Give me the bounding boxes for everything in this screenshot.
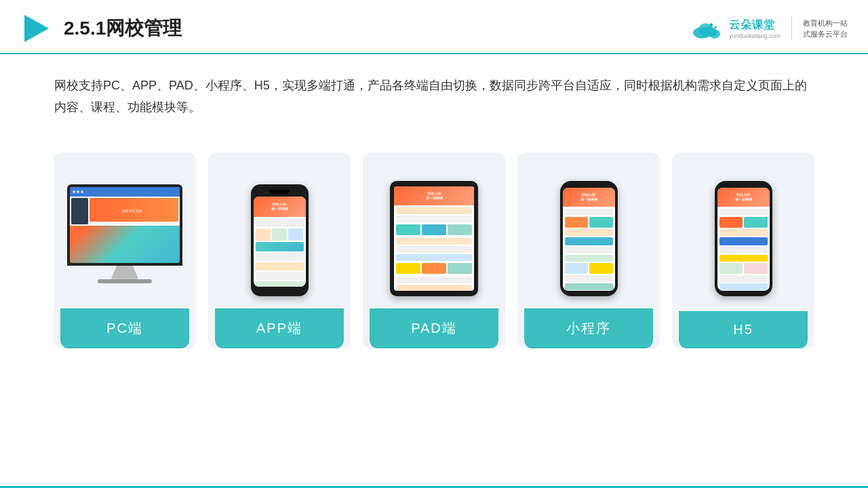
miniapp-phone-device: 职达人的第一堂网课 xyxy=(560,181,618,296)
svg-marker-0 xyxy=(24,15,49,42)
description-text: 网校支持PC、APP、PAD、小程序、H5，实现多端打通，产品各终端自由切换，数… xyxy=(54,75,814,119)
cloud-logo-icon xyxy=(690,17,724,41)
card-miniapp-label: 小程序 xyxy=(524,308,653,348)
header-left: 2.5.1网校管理 xyxy=(20,12,182,45)
svg-point-6 xyxy=(715,26,717,28)
page-title: 2.5.1网校管理 xyxy=(64,16,182,41)
card-pad-label: PAD端 xyxy=(370,308,498,348)
pad-screen: 职达人的第一堂网课 xyxy=(394,186,474,291)
header: 2.5.1网校管理 云朵课堂 yunduoketang.com 教育机构一站 式… xyxy=(0,0,868,54)
card-app: 职达人的第一堂网课 xyxy=(208,152,351,348)
svg-point-5 xyxy=(709,23,713,26)
card-h5-image: 职达人的第一堂网课 xyxy=(679,166,808,302)
miniapp-phone-outer: 职达人的第一堂网课 xyxy=(560,181,618,296)
card-pc-label: PC端 xyxy=(60,308,189,348)
card-pad: 职达人的第一堂网课 xyxy=(363,152,505,348)
svg-text:教育平台首页: 教育平台首页 xyxy=(122,209,142,213)
card-pc: 教育平台首页 xyxy=(54,152,196,348)
card-miniapp: 职达人的第一堂网课 xyxy=(517,152,660,348)
logo-text-area: 云朵课堂 yunduoketang.com xyxy=(729,18,781,39)
pc-screen-outer: 教育平台首页 xyxy=(67,184,182,266)
card-pc-image: 教育平台首页 xyxy=(60,166,189,302)
card-pad-image: 职达人的第一堂网课 xyxy=(370,166,498,302)
h5-phone-screen: 职达人的第一堂网课 xyxy=(717,188,770,291)
logo-slogan: 教育机构一站 式服务云平台 xyxy=(803,18,848,40)
card-miniapp-image: 职达人的第一堂网课 xyxy=(524,166,653,302)
logo-url-text: yunduoketang.com xyxy=(729,33,781,39)
h5-phone-device: 职达人的第一堂网课 xyxy=(715,181,772,296)
miniapp-phone-screen: 职达人的第一堂网课 xyxy=(563,188,615,291)
app-phone-outer: 职达人的第一堂网课 xyxy=(251,184,309,296)
card-h5: 职达人的第一堂网课 xyxy=(672,152,814,348)
card-h5-label: H5 xyxy=(679,311,808,348)
pad-outer: 职达人的第一堂网课 xyxy=(390,181,478,296)
cards-section: 教育平台首页 xyxy=(0,132,868,348)
svg-point-4 xyxy=(709,29,720,38)
pad-device: 职达人的第一堂网课 xyxy=(390,181,478,296)
pc-device: 教育平台首页 xyxy=(67,184,182,283)
card-app-label: APP端 xyxy=(215,308,344,348)
h5-phone-outer: 职达人的第一堂网课 xyxy=(715,181,772,296)
logo-main-text: 云朵课堂 xyxy=(729,18,775,33)
pc-screen-inner: 教育平台首页 xyxy=(70,187,180,263)
description: 网校支持PC、APP、PAD、小程序、H5，实现多端打通，产品各终端自由切换，数… xyxy=(0,54,868,125)
app-phone-device: 职达人的第一堂网课 xyxy=(251,184,309,296)
logo-area: 云朵课堂 yunduoketang.com 教育机构一站 式服务云平台 xyxy=(690,16,848,41)
card-app-image: 职达人的第一堂网课 xyxy=(215,166,344,302)
play-icon xyxy=(20,12,53,45)
app-phone-screen: 职达人的第一堂网课 xyxy=(254,197,306,287)
logo-divider xyxy=(791,16,792,41)
